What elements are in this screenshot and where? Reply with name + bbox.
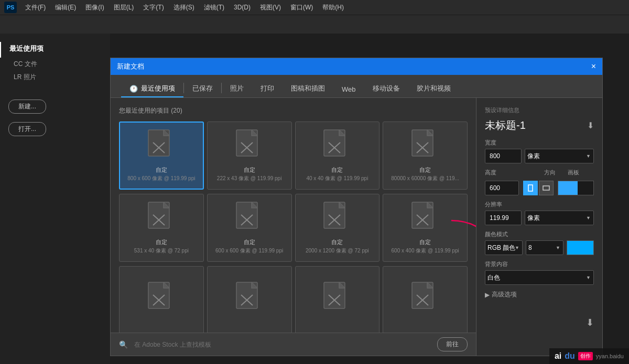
width-row: 像素 <box>485 149 594 163</box>
height-input[interactable] <box>485 181 519 195</box>
menu-image[interactable]: 图像(I) <box>81 2 108 13</box>
tab-mobile[interactable]: 移动设备 <box>364 80 408 97</box>
menu-file[interactable]: 文件(F) <box>21 2 50 13</box>
items-grid-row3 <box>119 266 468 334</box>
baidu-watermark: ai du 创作 yyan.baidu <box>549 348 629 364</box>
bit-depth-select[interactable]: 8 <box>526 240 563 255</box>
search-go-button[interactable]: 前往 <box>437 337 468 351</box>
sidebar-section-title: 最近使用项 <box>0 42 110 58</box>
watermark-badge: 创作 <box>578 352 593 360</box>
grid-item-3[interactable]: 自定 80000 x 60000 像素 @ 119... <box>383 122 468 190</box>
resolution-input[interactable] <box>485 211 522 225</box>
file-icon-3 <box>411 129 439 162</box>
resolution-unit-select[interactable]: 像素 <box>525 211 594 225</box>
grid-item-0[interactable]: 自定 800 x 600 像素 @ 119.99 ppi <box>119 122 204 190</box>
menu-text[interactable]: 文字(T) <box>139 2 168 13</box>
advanced-label: 高级选项 <box>492 290 517 299</box>
resolution-unit-wrapper: 像素 <box>525 211 594 225</box>
file-icon-2 <box>323 129 351 162</box>
svg-rect-38 <box>543 186 549 190</box>
new-button[interactable]: 新建... <box>8 100 46 114</box>
tab-film[interactable]: 胶片和视频 <box>408 80 459 97</box>
file-icon-10 <box>323 282 351 314</box>
menu-edit[interactable]: 编辑(E) <box>51 2 80 13</box>
landscape-button[interactable] <box>539 181 554 195</box>
menu-layer[interactable]: 图层(L) <box>110 2 138 13</box>
height-label: 高度 <box>485 169 532 177</box>
width-group: 宽度 像素 <box>485 139 594 163</box>
width-unit-select-wrapper: 像素 <box>525 149 594 163</box>
item-size-4: 531 x 40 像素 @ 72 ppi <box>134 247 189 255</box>
du-text: du <box>565 351 575 361</box>
file-icon-11 <box>411 282 439 314</box>
file-icon-6 <box>323 202 351 234</box>
grid-item-7[interactable]: 自定 600 x 400 像素 @ 119.99 ppi <box>383 194 468 262</box>
width-unit-select[interactable]: 像素 <box>525 149 594 163</box>
preset-title-row: 未标题-1 ⬇ <box>485 118 594 133</box>
width-input[interactable] <box>485 149 522 163</box>
item-size-1: 222 x 43 像素 @ 119.99 ppi <box>217 175 282 182</box>
dialog-tabs: 🕐 最近使用项 已保存 照片 打印 图稿和插图 Web 移动设备 胶片和视频 <box>111 75 602 98</box>
recent-header: 您最近使用的项目 (20) <box>119 106 468 115</box>
grid-item-5[interactable]: 自定 600 x 600 像素 @ 119.99 ppi <box>207 194 292 262</box>
file-icon-7 <box>411 202 439 234</box>
chevron-right-icon: ▶ <box>485 291 490 299</box>
dialog-content: 您最近使用的项目 (20) 自定 800 x 6 <box>111 98 602 356</box>
tab-photo[interactable]: 照片 <box>222 80 252 97</box>
portrait-button[interactable] <box>523 181 538 195</box>
artboard-label: 画板 <box>568 169 594 177</box>
preset-panel: 预设详细信息 未标题-1 ⬇ 宽度 像素 <box>476 98 602 356</box>
file-icon-4 <box>148 202 175 234</box>
item-size-7: 600 x 400 像素 @ 119.99 ppi <box>392 247 459 255</box>
width-label: 宽度 <box>485 139 594 147</box>
item-size-3: 80000 x 60000 像素 @ 119... <box>391 175 459 182</box>
grid-item-2[interactable]: 自定 40 x 40 像素 @ 119.99 ppi <box>295 122 380 190</box>
search-input[interactable] <box>134 341 431 348</box>
item-size-5: 600 x 600 像素 @ 119.99 ppi <box>215 247 283 255</box>
tab-saved[interactable]: 已保存 <box>184 80 221 97</box>
save-preset-icon[interactable]: ⬇ <box>587 120 594 130</box>
tab-print[interactable]: 打印 <box>252 80 283 97</box>
background-select-wrapper: 白色 <box>485 270 594 285</box>
background-select[interactable]: 白色 <box>485 270 594 285</box>
search-icon: 🔍 <box>119 340 128 349</box>
menu-3d[interactable]: 3D(D) <box>230 3 255 12</box>
grid-item-6[interactable]: 自定 2000 x 1200 像素 @ 72 ppi <box>295 194 380 262</box>
sidebar-lr-photos[interactable]: LR 照片 <box>0 71 110 84</box>
dialog-close-button[interactable]: × <box>591 62 596 71</box>
open-button[interactable]: 打开... <box>8 122 46 136</box>
orientation-buttons <box>523 181 554 195</box>
yyan-text: yyan.baidu <box>596 353 624 359</box>
item-size-6: 2000 x 1200 像素 @ 72 ppi <box>306 247 369 255</box>
grid-item-4[interactable]: 自定 531 x 40 像素 @ 72 ppi <box>119 194 204 262</box>
menu-select[interactable]: 选择(S) <box>169 2 199 13</box>
doc-name-display: 未标题-1 <box>485 118 526 133</box>
resolution-group: 分辨率 像素 <box>485 201 594 225</box>
file-icon-5 <box>236 202 263 234</box>
grid-item-1[interactable]: 自定 222 x 43 像素 @ 119.99 ppi <box>207 122 292 190</box>
items-grid-row1: 自定 800 x 600 像素 @ 119.99 ppi 自 <box>119 122 468 190</box>
orientation-label: 方向 <box>534 169 566 177</box>
item-name-0: 自定 <box>156 166 167 174</box>
file-icon-0 <box>148 129 175 162</box>
grid-item-8[interactable] <box>119 266 204 334</box>
sidebar-cc-files[interactable]: CC 文件 <box>0 58 110 71</box>
tab-recent[interactable]: 🕐 最近使用项 <box>121 80 183 97</box>
file-icon-8 <box>148 282 175 314</box>
bit-depth-wrapper: 8 <box>526 240 563 255</box>
tab-illustration[interactable]: 图稿和插图 <box>283 80 333 97</box>
tab-web[interactable]: Web <box>333 81 364 97</box>
menu-filter[interactable]: 滤镜(T) <box>200 2 229 13</box>
grid-item-10[interactable] <box>295 266 380 334</box>
download-preset-icon[interactable]: ⬇ <box>586 317 594 328</box>
ai-text: ai <box>555 351 561 361</box>
menu-view[interactable]: 视图(V) <box>256 2 285 13</box>
color-preview-swatch[interactable] <box>567 240 594 255</box>
menu-window[interactable]: 窗口(W) <box>286 2 317 13</box>
color-mode-select[interactable]: RGB 颜色 <box>485 240 523 255</box>
grid-item-9[interactable] <box>207 266 292 334</box>
dialog-titlebar: 新建文档 × <box>111 58 602 75</box>
advanced-options-toggle[interactable]: ▶ 高级选项 <box>485 290 594 299</box>
grid-item-11[interactable] <box>383 266 468 334</box>
menu-help[interactable]: 帮助(H) <box>318 2 348 13</box>
